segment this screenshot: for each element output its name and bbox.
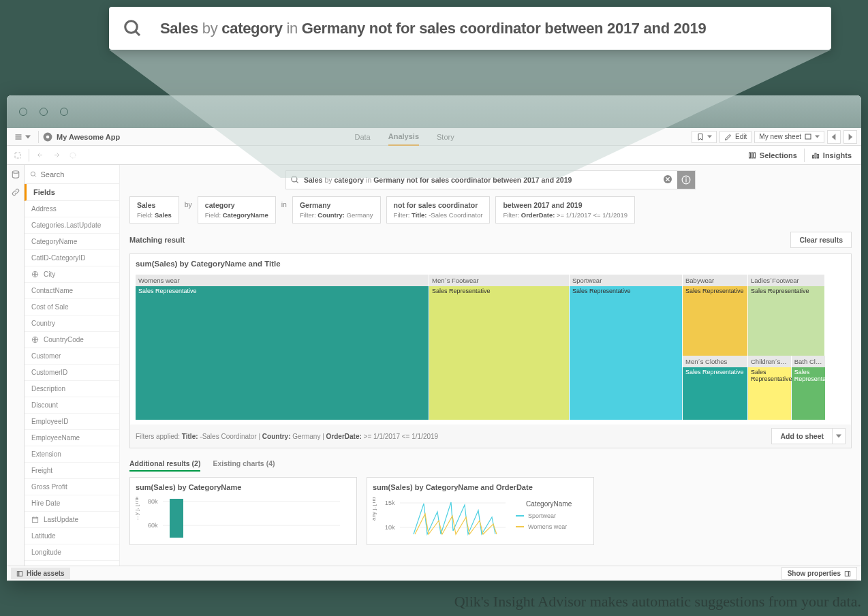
field-label: Latitude <box>31 532 56 540</box>
tab-story[interactable]: Story <box>437 129 454 145</box>
result-card-bar[interactable]: sum(Sales) by CategoryName …y ], [Title]… <box>129 477 357 545</box>
field-item[interactable]: Longitude <box>25 544 119 561</box>
traffic-light-min[interactable] <box>40 108 48 116</box>
lasso-icon[interactable] <box>10 147 26 164</box>
field-item[interactable]: Hire Date <box>25 495 119 512</box>
marketing-caption: Qlik's Insight Advisor makes automatic s… <box>454 593 861 611</box>
field-item[interactable]: Description <box>25 381 119 397</box>
clear-selections-icon[interactable] <box>65 147 81 164</box>
treemap-cell[interactable]: Men´s ClothesSales Representative <box>683 356 747 419</box>
nav-next-button[interactable] <box>843 130 857 144</box>
svg-marker-9 <box>707 135 712 138</box>
add-to-sheet-dropdown[interactable] <box>832 428 846 444</box>
result-card-line[interactable]: sum(Sales) by CategoryName and OrderDate… <box>367 477 594 545</box>
info-button[interactable] <box>677 171 695 189</box>
clear-results-button[interactable]: Clear results <box>790 232 852 248</box>
tab-data[interactable]: Data <box>355 129 371 145</box>
field-item[interactable]: EmployeeName <box>25 430 119 446</box>
window-titlebar <box>7 95 861 128</box>
field-label: ContactName <box>31 287 73 294</box>
tab-additional-results[interactable]: Additional results (2) <box>129 457 200 472</box>
tab-existing-charts[interactable]: Existing charts (4) <box>213 457 275 472</box>
fields-panel: Fields AddressCategories.LastUpdateCateg… <box>25 165 120 566</box>
step-forward-icon[interactable] <box>48 147 65 164</box>
treemap-cell[interactable]: Children´s w…Sales Representative <box>748 356 791 419</box>
field-label: Customer <box>31 352 61 360</box>
field-item[interactable]: Country <box>25 315 119 332</box>
field-item[interactable]: City <box>25 266 119 283</box>
query-token-chip[interactable]: not for sales coordinatorFilter: Title: … <box>386 196 491 224</box>
field-item[interactable]: EmployeeID <box>25 414 119 430</box>
clear-query-icon[interactable] <box>662 174 675 186</box>
field-item[interactable]: LastUpdate <box>25 512 119 528</box>
menu-button[interactable] <box>11 133 34 141</box>
field-item[interactable]: Discount <box>25 397 119 414</box>
add-to-sheet-button[interactable]: Add to sheet <box>771 428 832 444</box>
additional-results-row: sum(Sales) by CategoryName …y ], [Title]… <box>129 477 852 545</box>
query-token-chip[interactable]: SalesField: Sales <box>129 196 179 224</box>
treemap-category-label: Sportwear <box>570 275 682 286</box>
field-item[interactable]: CategoryName <box>25 234 119 250</box>
insights-content: Sales by category in Germany not for sal… <box>120 165 861 566</box>
svg-point-0 <box>125 20 138 33</box>
field-item[interactable]: Address <box>25 201 119 217</box>
field-item[interactable]: CatID-CategoryID <box>25 250 119 266</box>
treemap-sub-label: Sales Representative <box>792 367 825 420</box>
step-back-icon[interactable] <box>32 147 48 164</box>
field-item[interactable]: Categories.LastUpdate <box>25 217 119 234</box>
token-connector: by <box>185 196 192 213</box>
svg-rect-56 <box>845 571 848 576</box>
field-label: City <box>44 271 55 278</box>
query-tokens: SalesField: SalesbycategoryField: Catego… <box>129 196 852 224</box>
field-item[interactable]: Customer <box>25 348 119 365</box>
field-item[interactable]: ContactName <box>25 283 119 299</box>
field-item[interactable]: Gross Profit <box>25 479 119 495</box>
svg-point-15 <box>70 153 76 158</box>
query-token-chip[interactable]: categoryField: CategoryName <box>198 196 276 224</box>
nav-prev-button[interactable] <box>827 130 841 144</box>
svg-point-35 <box>685 177 687 179</box>
globe-icon <box>31 271 40 278</box>
field-item[interactable]: CountryCode <box>25 332 119 348</box>
svg-marker-13 <box>849 134 853 140</box>
treemap-cell[interactable]: BabywearSales Representative <box>683 275 747 355</box>
field-label: CountryCode <box>44 336 84 343</box>
rail-db-icon[interactable] <box>10 169 21 180</box>
field-item[interactable]: Freight <box>25 463 119 479</box>
result-tabs: Additional results (2) Existing charts (… <box>129 457 852 472</box>
field-item[interactable]: Cost of Sale <box>25 299 119 315</box>
bottom-bar: Hide assets Show properties <box>7 566 861 581</box>
tab-analysis[interactable]: Analysis <box>388 128 419 146</box>
query-token-chip[interactable]: GermanyFilter: Country: Germany <box>292 196 381 224</box>
traffic-light-max[interactable] <box>60 108 68 116</box>
fields-search-input[interactable] <box>40 170 114 179</box>
show-properties-button[interactable]: Show properties <box>781 567 857 580</box>
field-item[interactable]: Latitude <box>25 528 119 544</box>
treemap-category-label: Babywear <box>683 275 747 286</box>
hide-assets-button[interactable]: Hide assets <box>11 568 70 579</box>
insight-search-bar[interactable]: Sales by category in Germany not for sal… <box>285 170 696 189</box>
treemap-chart[interactable]: Womens wearSales RepresentativeMen´s Foo… <box>136 275 846 419</box>
bookmark-button[interactable] <box>692 131 717 143</box>
svg-point-22 <box>12 171 18 174</box>
svg-point-23 <box>31 172 35 176</box>
treemap-cell[interactable]: Womens wearSales Representative <box>136 275 429 419</box>
field-item[interactable]: CustomerID <box>25 365 119 381</box>
field-label: Address <box>31 205 57 213</box>
treemap-cell[interactable]: Bath Clo…Sales Representative <box>792 356 825 419</box>
treemap-cell[interactable]: Ladies´FootwearSales Representative <box>748 275 824 355</box>
rail-link-icon[interactable] <box>10 187 21 198</box>
app-window: My Awesome App Data Analysis Story Edit … <box>7 95 861 581</box>
field-item[interactable]: Extension <box>25 446 119 463</box>
edit-button[interactable]: Edit <box>719 131 751 143</box>
traffic-light-close[interactable] <box>19 108 27 116</box>
insights-toggle[interactable]: Insights <box>804 149 858 162</box>
field-label: Hire Date <box>31 499 60 507</box>
sheet-dropdown[interactable]: My new sheet <box>754 131 824 143</box>
query-token-chip[interactable]: between 2017 and 2019Filter: OrderDate: … <box>495 196 635 224</box>
selections-toggle[interactable]: Selections <box>741 149 804 162</box>
treemap-cell[interactable]: SportwearSales Representative <box>570 275 682 419</box>
treemap-sub-label: Sales Representative <box>748 367 791 420</box>
treemap-cell[interactable]: Men´s FootwearSales Representative <box>429 275 569 419</box>
treemap-sub-label: Sales Representative <box>683 367 747 420</box>
